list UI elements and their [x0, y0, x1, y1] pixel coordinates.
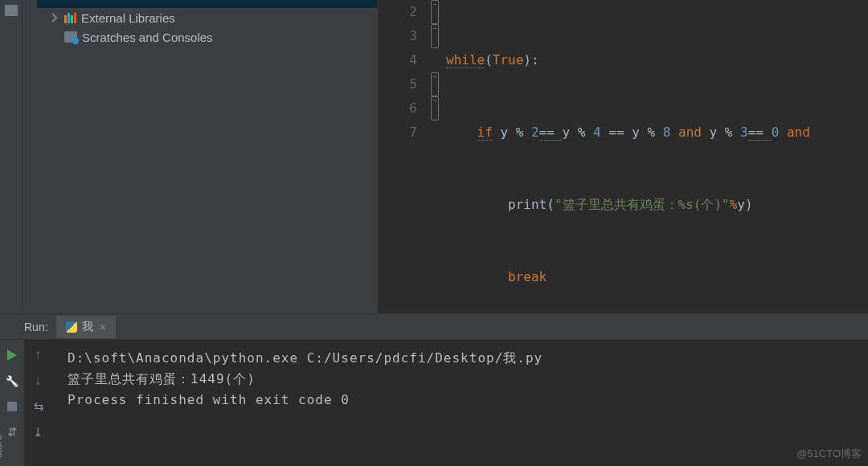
run-toolbar-nav: ↑ ↓ ⇆ ⤓: [24, 340, 51, 466]
wrench-icon: [6, 375, 18, 386]
scroll-end-button[interactable]: ⤓: [31, 425, 45, 439]
console-line: 篮子里总共有鸡蛋：1449(个): [68, 369, 852, 390]
rerun-button[interactable]: [5, 348, 19, 362]
stop-button[interactable]: [5, 399, 19, 414]
close-icon[interactable]: ×: [100, 321, 106, 333]
python-icon: [66, 321, 77, 333]
project-tree[interactable]: External Libraries Scratches and Console…: [23, 0, 379, 313]
code-editor[interactable]: 2 3 4 5 6 7 while(True): if y % 2== y % …: [379, 0, 868, 313]
chevron-right-icon: [48, 13, 57, 22]
layout-button[interactable]: ⇵: [5, 425, 19, 439]
line-number-gutter: 2 3 4 5 6 7: [379, 0, 427, 313]
tree-item-label: External Libraries: [81, 11, 175, 25]
play-icon: [7, 350, 17, 361]
up-button[interactable]: ↑: [31, 348, 45, 362]
run-header: Run: 我 ×: [0, 314, 868, 340]
scratches-icon: [64, 31, 77, 43]
down-button[interactable]: ↓: [31, 374, 45, 388]
left-gutter-strip: [0, 0, 23, 313]
soft-wrap-button[interactable]: ⇆: [31, 399, 45, 414]
watermark: @51CTO博客: [796, 447, 862, 461]
settings-button[interactable]: [5, 374, 19, 388]
run-tab[interactable]: 我 ×: [56, 316, 116, 338]
scratches-item[interactable]: Scratches and Consoles: [23, 27, 378, 47]
run-label: Run:: [24, 321, 48, 333]
fold-end-icon[interactable]: [431, 72, 439, 96]
line-number: 4: [379, 48, 417, 72]
line-number: 3: [379, 24, 417, 48]
external-libraries-item[interactable]: External Libraries: [23, 8, 378, 27]
fold-icon[interactable]: [431, 0, 439, 24]
console-line: D:\soft\Anaconda\python.exe C:/Users/pdc…: [68, 348, 852, 369]
libraries-icon: [64, 13, 76, 23]
run-panel: Run: 我 × ⇵ ↑ ↓ ⇆ ⤓ D:\soft\Anaconda\pyth…: [0, 313, 868, 466]
line-number: 2: [379, 0, 417, 24]
console-output[interactable]: D:\soft\Anaconda\python.exe C:/Users/pdc…: [51, 340, 868, 466]
line-number: 6: [379, 96, 417, 121]
fold-icon[interactable]: [431, 24, 439, 48]
code-content[interactable]: while(True): if y % 2== y % 4 == y % 8 a…: [443, 0, 868, 313]
tree-item-label: Scratches and Consoles: [82, 31, 213, 44]
line-number: 7: [379, 121, 417, 145]
folder-icon[interactable]: [5, 5, 18, 16]
tree-selected-row[interactable]: [37, 0, 378, 8]
vertical-tab-label[interactable]: cture: [0, 435, 4, 458]
fold-end-icon[interactable]: [431, 96, 439, 121]
stop-icon: [7, 402, 17, 411]
run-body: ⇵ ↑ ↓ ⇆ ⤓ D:\soft\Anaconda\python.exe C:…: [0, 340, 868, 466]
top-area: External Libraries Scratches and Console…: [0, 0, 868, 313]
fold-gutter: [427, 0, 443, 313]
line-number: 5: [379, 72, 417, 96]
run-tab-label: 我: [82, 320, 93, 334]
console-line: Process finished with exit code 0: [68, 390, 852, 411]
